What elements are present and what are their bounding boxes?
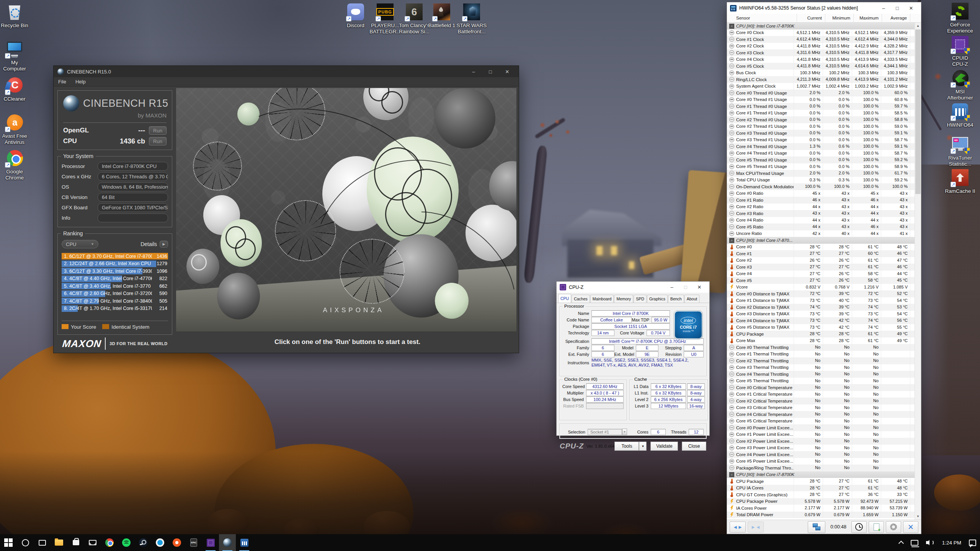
taskbar-icon-cpuz[interactable] [202, 534, 219, 551]
clock-button[interactable] [851, 521, 867, 533]
taskbar-icon-origin[interactable] [168, 534, 185, 551]
sensor-row[interactable]: Core #226 °C26 °C61 °C47 °C [727, 257, 915, 264]
sensor-row[interactable]: Core #1 Distance to TjMAX73 °C40 °C73 °C… [727, 297, 915, 304]
sensor-row[interactable]: Core #3 Power Limit Excee...NoNoNo [727, 445, 915, 452]
close-sensors-button[interactable]: ✕ [903, 521, 918, 533]
sensor-row[interactable]: Core #2 Clock4,411.8 MHz4,310.5 MHz4,412… [727, 43, 915, 50]
desktop-icon-chrome[interactable]: ↗GoogleChrome [0, 149, 33, 181]
sensor-row[interactable]: Core #0 Thread #0 Usage2.0 %2.0 %100.0 %… [727, 90, 915, 96]
sensor-row[interactable]: Core #028 °C28 °C61 °C48 °C [727, 244, 915, 251]
sensor-table-header[interactable]: Sensor Current Minimum Maximum Average [727, 14, 921, 23]
sensor-row[interactable]: Core #0 Critical TemperatureNoNoNo [727, 384, 915, 391]
sensor-row[interactable]: Core #4 Thread #1 Usage0.0 %0.0 %100.0 %… [727, 150, 915, 157]
tab-bench[interactable]: Bench [668, 295, 684, 303]
sensor-row[interactable]: CPU Package Power5.578 W5.578 W92.473 W5… [727, 498, 915, 505]
scroll-up-arrow[interactable]: ▲ [915, 23, 921, 29]
sensor-row[interactable]: Core Max28 °C28 °C61 °C49 °C [727, 337, 915, 344]
collapse-columns-button[interactable]: ►◄ [748, 522, 764, 533]
sensor-row[interactable]: Core #4 Critical TemperatureNoNoNo [727, 411, 915, 418]
sensor-row[interactable]: CPU GT Cores (Graphics)28 °C27 °C36 °C33… [727, 491, 915, 498]
tab-memory[interactable]: Memory [614, 295, 633, 303]
sensor-row[interactable]: Core #1 Critical TemperatureNoNoNo [727, 391, 915, 398]
sensor-row[interactable]: Core #1 Clock4,612.4 MHz4,310.5 MHz4,612… [727, 36, 915, 43]
minimize-button[interactable]: – [665, 282, 679, 293]
taskbar-icon-mail[interactable] [84, 534, 101, 551]
sensor-row[interactable]: Core #427 °C26 °C58 °C44 °C [727, 271, 915, 277]
taskbar-icon-uplay[interactable] [152, 534, 168, 551]
sensor-row[interactable]: Core #2 Power Limit Excee...NoNoNo [727, 438, 915, 445]
ranking-row[interactable]: 5. 4C/8T @ 3.40 GHz, Intel Core i7-3770 … [62, 283, 168, 289]
sensor-row[interactable]: Core #127 °C27 °C60 °C46 °C [727, 250, 915, 257]
socket-selector[interactable]: Socket #1 [588, 429, 622, 435]
desktop-icon-ccleaner[interactable]: C↗CCleaner [0, 77, 33, 102]
close-button[interactable]: ✕ [500, 67, 515, 76]
ranking-row[interactable]: 3. 6C/12T @ 3.30 GHz, Intel Core i7-3930… [62, 268, 168, 274]
sensor-row[interactable]: Core #2 Critical TemperatureNoNoNo [727, 398, 915, 404]
sensor-row[interactable]: Core #3 Thermal ThrottlingNoNoNo [727, 364, 915, 371]
close-button[interactable]: Close [682, 442, 706, 451]
sensor-row[interactable]: Core #2 Thread #1 Usage0.0 %0.0 %100.0 %… [727, 123, 915, 130]
tools-dropdown-arrow[interactable]: ▼ [639, 442, 647, 451]
menu-help[interactable]: Help [75, 79, 86, 85]
sensor-row[interactable]: Package/Ring Thermal Thro...NoNoNo [727, 465, 915, 471]
taskbar-icon-spotify[interactable] [118, 534, 135, 551]
sensor-row[interactable]: Core #4 Thermal ThrottlingNoNoNo [727, 371, 915, 378]
desktop-icon-star-wars-battlefront[interactable]: ↗STAR WARSBattlefront... [453, 3, 490, 35]
sensor-row[interactable]: Core #1 Thread #1 Usage0.0 %0.0 %100.0 %… [727, 110, 915, 117]
maximize-button[interactable]: □ [679, 282, 693, 293]
menu-file[interactable]: File [58, 79, 66, 85]
desktop-icon-cpuid-cpuz[interactable]: ↗CPUIDCPU-Z [942, 36, 978, 67]
sensor-row[interactable]: Core #5 Ratio44 x43 x46 x43 x [727, 223, 915, 230]
tab-mainboard[interactable]: Mainboard [590, 295, 614, 303]
taskbar-icon-store[interactable] [67, 534, 84, 551]
sensor-row[interactable]: Core #5 Distance to TjMAX73 °C42 °C74 °C… [727, 324, 915, 331]
settings-button[interactable] [886, 521, 901, 533]
ranking-row[interactable]: 8. 2C/4T @ 1.70 GHz, Intel Core i5-3317U… [62, 305, 168, 312]
details-button[interactable]: ▶ [160, 241, 168, 248]
sensor-row[interactable]: Bus Clock100.3 MHz100.2 MHz100.3 MHz100.… [727, 70, 915, 77]
sensor-row[interactable]: System Agent Clock1,002.7 MHz1,002.4 MHz… [727, 83, 915, 90]
ranking-row[interactable]: 4. 4C/8T @ 4.40 GHz, Intel Core i7-4770K… [62, 276, 168, 282]
desktop-icon-my-computer[interactable]: ↗MyComputer [0, 40, 33, 72]
volume-icon[interactable] [922, 534, 938, 551]
scrollbar-thumb[interactable] [915, 29, 921, 194]
sensor-row[interactable]: On-Demand Clock Modulation100.0 %100.0 %… [727, 183, 915, 190]
tray-chevron-icon[interactable] [895, 534, 907, 551]
sensor-row[interactable]: Core #0 Thermal ThrottlingNoNoNo [727, 344, 915, 351]
desktop-icon-msi-afterburner[interactable]: ↗MSIAfterburner [942, 69, 978, 101]
scroll-down-arrow[interactable]: ▼ [915, 513, 921, 520]
sensor-row[interactable]: Core #5 Clock4,411.8 MHz4,310.5 MHz4,614… [727, 63, 915, 70]
sensor-row[interactable]: Core #527 °C26 °C58 °C45 °C [727, 277, 915, 284]
tab-cpu[interactable]: CPU [558, 294, 571, 303]
sensor-group-row[interactable]: CPU [#0]: Intel Core i7-870... [727, 237, 915, 244]
sensor-row[interactable]: CPU Package28 °C27 °C61 °C48 °C [727, 478, 915, 485]
taskbar-icon-steam[interactable] [135, 534, 152, 551]
sensor-row[interactable]: Core #5 Thread #1 Usage0.0 %0.0 %100.0 %… [727, 163, 915, 170]
ranking-row[interactable]: 2. 12C/24T @ 2.66 GHz, Intel Xeon CPU X5… [62, 261, 168, 267]
sensor-row[interactable]: Core #5 Thermal ThrottlingNoNoNo [727, 378, 915, 385]
sensor-row[interactable]: Total CPU Usage0.3 %0.3 %100.0 %59.2 % [727, 177, 915, 184]
sensor-row[interactable]: Core #0 Ratio45 x43 x45 x43 x [727, 190, 915, 197]
ranking-row[interactable]: 6. 4C/8T @ 2.60 GHz, Intel Core i7-3720Q… [62, 290, 168, 297]
taskbar-icon-cinebench[interactable] [219, 534, 236, 551]
sensor-row[interactable]: Core #0 Thread #1 Usage0.0 %0.0 %100.0 %… [727, 96, 915, 103]
cinebench-titlebar[interactable]: CINEBENCH R15.0 – □ ✕ [54, 66, 519, 77]
sensor-row[interactable]: Core #3 Distance to TjMAX73 °C39 °C73 °C… [727, 311, 915, 318]
sensor-row[interactable]: Core #3 Clock4,311.6 MHz4,310.5 MHz4,411… [727, 49, 915, 56]
desktop-icon-hwinfo64[interactable]: ↗HWiNFO64 [942, 103, 978, 128]
taskbar-icon-chrome[interactable] [101, 534, 118, 551]
taskbar-icon-file-explorer[interactable] [51, 534, 67, 551]
sensor-row[interactable]: Total DRAM Power0.679 W0.679 W1.659 W1.1… [727, 512, 915, 518]
taskbar-icon-epic-games[interactable]: EPIC [185, 534, 202, 551]
close-button[interactable]: ✕ [693, 282, 706, 293]
sensor-row[interactable]: Max CPU/Thread Usage2.0 %2.0 %100.0 %61.… [727, 170, 915, 177]
close-button[interactable]: ✕ [904, 3, 918, 14]
sensor-row[interactable]: Core #1 Ratio46 x43 x46 x43 x [727, 197, 915, 204]
sensor-row[interactable]: Core #3 Thread #0 Usage0.0 %0.0 %100.0 %… [727, 130, 915, 137]
sensor-row[interactable]: IA Cores Power2.177 W2.177 W88.940 W53.7… [727, 505, 915, 512]
tray-clock[interactable]: 1:24 PM [938, 540, 965, 546]
sensor-row[interactable]: Core #4 Ratio44 x43 x44 x43 x [727, 217, 915, 224]
tools-button[interactable]: Tools [614, 442, 639, 451]
sensor-row[interactable]: Core #3 Ratio43 x43 x44 x43 x [727, 210, 915, 217]
hwinfo-titlebar[interactable]: HWiNFO64 v5.58-3255 Sensor Status [2 val… [727, 2, 921, 14]
